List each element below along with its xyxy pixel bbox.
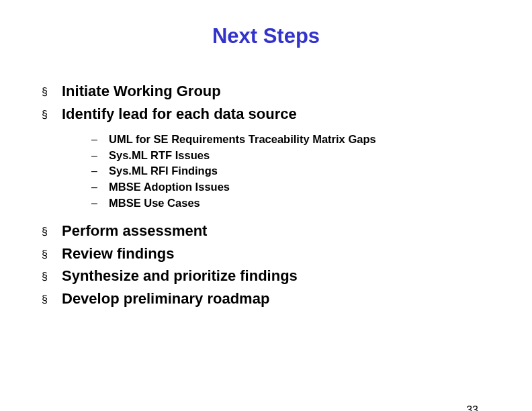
list-item: – UML for SE Requirements Traceability M… [91, 132, 532, 146]
page-number: 33 [466, 404, 478, 411]
list-item: § Review findings [42, 244, 532, 263]
list-item: § Initiate Working Group [42, 82, 532, 101]
list-item: – MBSE Use Cases [91, 196, 532, 210]
dash-bullet-icon: – [91, 181, 109, 193]
list-item: § Perform assessment [42, 222, 532, 240]
list-item: § Synthesize and prioritize findings [42, 267, 532, 285]
square-bullet-icon: § [42, 271, 62, 282]
square-bullet-icon: § [42, 249, 62, 260]
list-item: – MBSE Adoption Issues [91, 180, 532, 194]
bullet-text: Synthesize and prioritize findings [62, 267, 298, 285]
bullet-text: Identify lead for each data source [62, 105, 297, 124]
square-bullet-icon: § [42, 87, 62, 97]
square-bullet-icon: § [42, 294, 62, 305]
square-bullet-icon: § [42, 226, 62, 237]
content-block: § Initiate Working Group § Identify lead… [42, 82, 532, 308]
bullet-sublist: – UML for SE Requirements Traceability M… [91, 132, 532, 210]
dash-bullet-icon: – [91, 150, 109, 162]
list-item: – Sys.ML RFI Findings [91, 164, 532, 178]
dash-bullet-icon: – [91, 134, 109, 146]
bullet-text: Review findings [62, 244, 174, 263]
subbullet-text: Sys.ML RTF Issues [109, 148, 210, 163]
slide: Next Steps § Initiate Working Group § Id… [0, 24, 532, 411]
bullet-text: Initiate Working Group [62, 82, 221, 101]
page-title: Next Steps [0, 24, 532, 48]
square-bullet-icon: § [42, 109, 62, 120]
bullet-text: Develop preliminary roadmap [62, 289, 269, 308]
subbullet-text: Sys.ML RFI Findings [109, 164, 218, 178]
dash-bullet-icon: – [91, 197, 109, 210]
bullet-list-bottom: § Perform assessment § Review findings §… [42, 222, 532, 308]
subbullet-text: MBSE Adoption Issues [109, 180, 230, 194]
dash-bullet-icon: – [91, 165, 109, 177]
subbullet-text: UML for SE Requirements Traceability Mat… [109, 132, 376, 146]
list-item: – Sys.ML RTF Issues [91, 148, 532, 163]
list-item: § Develop preliminary roadmap [42, 289, 532, 308]
subbullet-text: MBSE Use Cases [109, 196, 200, 210]
sublist-block: – UML for SE Requirements Traceability M… [91, 132, 532, 210]
bullet-text: Perform assessment [62, 222, 207, 240]
bullet-list-top: § Initiate Working Group § Identify lead… [42, 82, 532, 123]
list-item: § Identify lead for each data source [42, 105, 532, 124]
